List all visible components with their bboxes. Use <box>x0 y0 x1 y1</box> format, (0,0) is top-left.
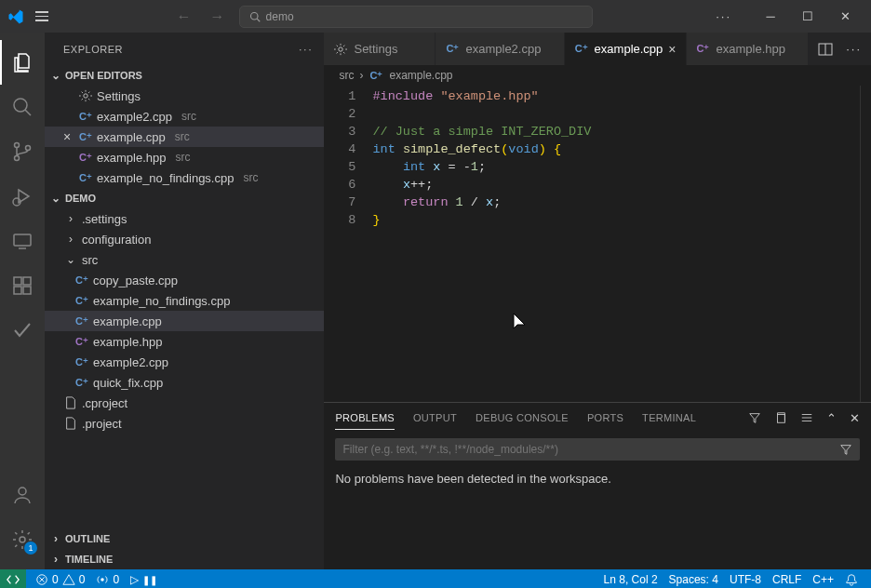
vscode-logo-icon <box>7 8 24 25</box>
open-editor-item[interactable]: C⁺example_no_findings.cppsrc <box>45 167 324 188</box>
activity-scm[interactable] <box>0 129 45 174</box>
extensions-icon <box>11 274 34 297</box>
status-spaces[interactable]: Spaces: 4 <box>663 573 724 586</box>
remote-indicator-icon <box>7 573 20 586</box>
activity-debug[interactable] <box>0 174 45 219</box>
panel-collapse-icon[interactable]: ⌃ <box>826 411 837 425</box>
editor-tab[interactable]: C⁺example.hpp× <box>687 33 810 65</box>
breadcrumb-file[interactable]: example.cpp <box>389 69 452 82</box>
status-notifications[interactable] <box>839 573 864 586</box>
activity-settings[interactable]: 1 <box>0 517 45 562</box>
open-editor-item[interactable]: C⁺example2.cppsrc <box>45 106 324 127</box>
file-item[interactable]: C⁺example_no_findings.cpp <box>45 290 324 311</box>
tab-more-icon[interactable]: ··· <box>846 42 862 56</box>
file-item[interactable]: C⁺example.hpp <box>45 331 324 352</box>
panel-close-icon[interactable]: ✕ <box>850 411 860 425</box>
panel-tab[interactable]: PROBLEMS <box>335 407 395 430</box>
panel-tab[interactable]: OUTPUT <box>413 407 457 429</box>
problems-message: No problems have been detected in the wo… <box>324 466 871 491</box>
file-item[interactable]: C⁺example2.cpp <box>45 352 324 372</box>
svg-point-2 <box>14 99 27 112</box>
editor-tab[interactable]: Settings× <box>324 33 436 65</box>
svg-line-3 <box>25 110 31 115</box>
activity-search[interactable] <box>0 85 45 129</box>
file-item[interactable]: C⁺copy_paste.cpp <box>45 270 324 290</box>
status-debug-controls[interactable]: ▷ ❚❚ <box>125 569 163 588</box>
cpp-icon: C⁺ <box>74 293 89 308</box>
svg-rect-8 <box>14 234 31 246</box>
status-language[interactable]: C++ <box>807 573 839 586</box>
radio-icon <box>96 573 109 586</box>
folder-item[interactable]: ⌄src <box>45 249 324 270</box>
activity-explorer[interactable] <box>0 40 45 85</box>
file-item[interactable]: C⁺example.cpp <box>45 311 324 331</box>
explorer-more-icon[interactable]: ··· <box>299 44 313 55</box>
cpp-icon: C⁺ <box>78 109 93 124</box>
minimize-button[interactable]: ─ <box>752 3 789 31</box>
error-icon <box>35 573 48 586</box>
file-item[interactable]: .project <box>45 413 324 434</box>
status-cursor[interactable]: Ln 8, Col 2 <box>598 573 663 586</box>
copy-icon[interactable] <box>774 411 787 424</box>
explorer-title: EXPLORER <box>63 44 123 55</box>
debug-icon <box>11 185 34 207</box>
outline-header[interactable]: › OUTLINE <box>45 528 324 549</box>
cpp-icon: C⁺ <box>78 170 93 185</box>
warning-icon <box>62 573 75 586</box>
menu-icon[interactable] <box>35 11 48 21</box>
editor-tab[interactable]: C⁺example.cpp× <box>565 33 687 65</box>
nav-back-icon[interactable]: ← <box>172 8 196 25</box>
breadcrumb-root[interactable]: src <box>339 69 354 82</box>
cpp-icon: C⁺ <box>74 375 89 390</box>
activity-custom[interactable] <box>0 308 45 353</box>
open-editor-item[interactable]: ×C⁺example.cppsrc <box>45 127 324 147</box>
list-icon[interactable] <box>800 411 813 424</box>
status-ports[interactable]: 0 <box>90 569 125 588</box>
folder-item[interactable]: ›.settings <box>45 208 324 229</box>
file-item[interactable]: .cproject <box>45 393 324 413</box>
open-editor-item[interactable]: Settings <box>45 86 324 106</box>
remote-button[interactable] <box>0 569 26 588</box>
activity-remote[interactable] <box>0 219 45 263</box>
code-editor[interactable]: #include "example.hpp" // Just a simple … <box>372 86 860 402</box>
file-item[interactable]: C⁺quick_fix.cpp <box>45 372 324 393</box>
gear-icon <box>78 88 93 103</box>
svg-line-1 <box>257 19 260 21</box>
activity-account[interactable] <box>0 473 45 517</box>
filter-funnel-icon[interactable] <box>839 443 852 456</box>
panel-tab[interactable]: DEBUG CONSOLE <box>476 407 569 429</box>
svg-rect-20 <box>778 415 785 423</box>
open-editor-item[interactable]: C⁺example.hppsrc <box>45 147 324 167</box>
close-icon[interactable]: × <box>60 129 74 144</box>
branch-icon <box>11 140 34 163</box>
panel-tab[interactable]: TERMINAL <box>642 407 696 429</box>
timeline-header[interactable]: › TIMELINE <box>45 549 324 569</box>
editor-tab[interactable]: C⁺example2.cpp× <box>436 33 564 65</box>
panel-tab[interactable]: PORTS <box>587 407 623 429</box>
svg-rect-12 <box>23 287 31 294</box>
minimap[interactable] <box>860 86 871 402</box>
close-button[interactable]: ✕ <box>826 3 864 31</box>
cpp-icon: C⁺ <box>74 354 89 369</box>
folder-item[interactable]: ›configuration <box>45 229 324 249</box>
status-eol[interactable]: CRLF <box>767 573 807 586</box>
maximize-button[interactable]: ☐ <box>789 3 826 31</box>
tab-close-icon[interactable]: × <box>668 42 676 57</box>
svg-point-0 <box>250 12 258 20</box>
activity-extensions[interactable] <box>0 263 45 308</box>
filter-icon[interactable] <box>748 411 761 424</box>
more-icon[interactable]: ··· <box>716 9 731 23</box>
files-icon <box>11 51 34 74</box>
open-editors-header[interactable]: ⌄ OPEN EDITORS <box>45 65 324 86</box>
folder-header[interactable]: ⌄ DEMO <box>45 188 324 208</box>
chevron-down-icon: ⌄ <box>48 69 63 82</box>
nav-forward-icon[interactable]: → <box>206 8 230 25</box>
command-center[interactable]: demo <box>239 6 593 28</box>
bell-icon <box>845 573 858 586</box>
debug-pause-icon: ❚❚ <box>142 575 157 585</box>
status-encoding[interactable]: UTF-8 <box>724 573 767 586</box>
svg-point-6 <box>26 146 31 151</box>
problems-filter-input[interactable] <box>335 438 860 461</box>
status-problems[interactable]: 0 0 <box>30 569 90 588</box>
split-editor-icon[interactable] <box>818 42 833 57</box>
